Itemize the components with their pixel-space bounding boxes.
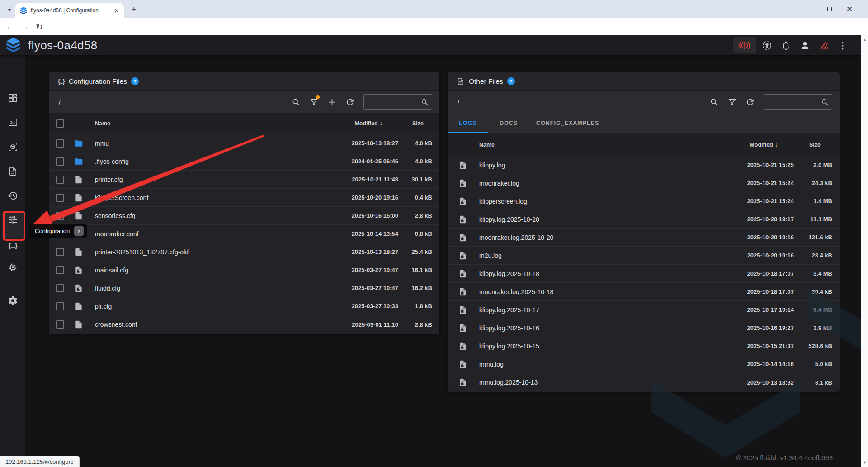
table-row[interactable]: sensorless.cfg 2025-10-16 15:00 2.8 kB	[49, 207, 439, 225]
table-row[interactable]: klippy.log.2025-10-20 2025-10-20 19:17 1…	[448, 210, 840, 229]
browser-tab[interactable]: flyos-0a4d58 | Configuration ✕	[15, 3, 124, 18]
row-checkbox[interactable]	[56, 248, 64, 256]
search-icon	[821, 98, 829, 106]
tab-title: flyos-0a4d58 | Configuration	[31, 7, 110, 14]
refresh-button[interactable]	[745, 96, 755, 107]
table-row[interactable]: klippy.log.2025-10-15 2025-10-15 21:37 5…	[448, 337, 840, 355]
table-row[interactable]: plr.cfg 2025-03-27 10:33 1.8 kB	[49, 297, 439, 315]
select-all-checkbox[interactable]	[56, 119, 64, 128]
klipper-logo-button[interactable]	[816, 35, 832, 55]
help-icon[interactable]	[131, 77, 139, 85]
filter-icon	[727, 97, 737, 107]
sidebar-item-system[interactable]	[2, 256, 24, 278]
fluidd-app: flyos-0a4d58 ⋮ {...} {..} Configuration …	[0, 35, 861, 467]
table-row[interactable]: fluidd.cfg 2025-03-27 10:47 16.2 kB	[49, 279, 439, 297]
table-row[interactable]: klippy.log 2025-10-21 15:25 2.0 MB	[448, 156, 840, 174]
panel-title-bar: Other Files	[448, 72, 840, 91]
file-lock-icon	[458, 161, 479, 170]
table-row[interactable]: moonraker.log.2025-10-20 2025-10-20 19:1…	[448, 229, 840, 247]
file-icon	[74, 211, 95, 220]
scroll-down-icon[interactable]: ▼	[861, 459, 868, 466]
refresh-button[interactable]	[344, 96, 355, 107]
file-lock-icon	[458, 233, 479, 242]
file-search-field[interactable]	[764, 94, 832, 110]
forward-button[interactable]: →	[18, 18, 32, 35]
help-icon[interactable]	[507, 77, 515, 85]
back-button[interactable]: ←	[4, 18, 17, 35]
column-name[interactable]: Name	[95, 120, 297, 127]
table-row[interactable]: mmu 2025-10-13 18:27 4.0 kB	[49, 134, 439, 152]
column-modified[interactable]: Modified	[692, 142, 794, 148]
row-checkbox[interactable]	[56, 284, 64, 292]
sidebar-item-settings[interactable]	[2, 290, 24, 311]
table-row[interactable]: printer.cfg 2025-10-21 11:48 30.1 kB	[49, 171, 439, 189]
column-name[interactable]: Name	[479, 142, 692, 148]
app-menu-button[interactable]: ⋮	[835, 35, 851, 55]
table-row[interactable]: KlipperScreen.conf 2025-10-20 19:16 0.4 …	[49, 189, 439, 207]
table-row[interactable]: moonraker.log.2025-10-18 2025-10-18 17:0…	[448, 283, 840, 301]
emergency-stop-button[interactable]	[733, 37, 756, 53]
current-path: /	[59, 98, 283, 106]
tab-close-icon[interactable]: ✕	[113, 7, 119, 14]
page-scrollbar[interactable]: ▲ ▼	[861, 35, 868, 467]
config-file-list: mmu 2025-10-13 18:27 4.0 kB .flyos-confi…	[49, 134, 439, 334]
window-maximize-button[interactable]	[826, 5, 834, 13]
table-row[interactable]: mmu.log 2025-10-14 14:16 5.0 kB	[448, 355, 840, 373]
sidebar-item-gcode-preview[interactable]	[2, 136, 24, 157]
column-modified[interactable]: Modified	[297, 120, 398, 127]
row-checkbox[interactable]	[56, 157, 64, 166]
sidebar-item-jobs[interactable]	[2, 160, 24, 182]
folder-tab[interactable]: CONFIG_EXAMPLES	[529, 113, 606, 133]
column-size[interactable]: Size	[794, 142, 832, 148]
file-search-field[interactable]	[363, 94, 432, 110]
table-row[interactable]: moonraker.log 2025-10-21 15:24 24.3 kB	[448, 174, 840, 192]
tab-search-button[interactable]: ▾	[4, 4, 15, 15]
row-checkbox[interactable]	[56, 302, 64, 310]
row-checkbox[interactable]	[56, 320, 64, 329]
refresh-icon	[345, 97, 355, 107]
app-header: flyos-0a4d58 ⋮	[0, 35, 861, 55]
new-tab-button[interactable]: +	[128, 4, 139, 15]
filter-button[interactable]	[726, 96, 737, 107]
file-lock-icon	[458, 251, 479, 260]
updates-button[interactable]	[759, 35, 775, 55]
filter-button[interactable]	[308, 96, 319, 107]
sidebar-item-console[interactable]	[2, 111, 24, 133]
file-icon	[74, 175, 95, 184]
search-button[interactable]	[290, 96, 301, 107]
window-minimize-button[interactable]: –	[806, 5, 814, 13]
row-checkbox[interactable]	[56, 139, 64, 148]
scroll-up-icon[interactable]: ▲	[861, 36, 868, 43]
column-size[interactable]: Size	[398, 120, 432, 127]
table-row[interactable]: crowsnest.conf 2025-03-01 11:10 2.8 kB	[49, 315, 439, 334]
user-button[interactable]	[797, 35, 813, 55]
row-checkbox[interactable]	[56, 176, 64, 184]
folder-tab[interactable]: DOCS	[488, 113, 529, 133]
add-file-button[interactable]	[326, 96, 337, 107]
table-row[interactable]: printer-20251013_182707.cfg-old 2025-10-…	[49, 243, 439, 261]
chip-icon	[8, 262, 18, 272]
table-row[interactable]: klippy.log.2025-10-16 2025-10-16 19:27 3…	[448, 319, 840, 337]
table-header: Name Modified Size	[49, 113, 439, 134]
table-row[interactable]: klipperscreen.log 2025-10-21 15:24 1.4 M…	[448, 192, 840, 210]
reload-button[interactable]: ↻	[33, 18, 46, 35]
table-row[interactable]: klippy.log.2025-10-17 2025-10-17 19:14 6…	[448, 301, 840, 319]
table-row[interactable]: mmu.log.2025-10-13 2025-10-13 18:32 3.1 …	[448, 373, 840, 391]
row-checkbox[interactable]	[56, 212, 64, 220]
table-row[interactable]: mainsail.cfg 2025-03-27 10:47 16.1 kB	[49, 261, 439, 279]
account-icon	[800, 40, 810, 51]
sidebar-item-history[interactable]	[2, 185, 24, 206]
file-lock-icon	[458, 287, 479, 296]
sidebar-item-dashboard[interactable]	[2, 87, 24, 109]
window-close-button[interactable]: ✕	[845, 5, 854, 13]
notifications-button[interactable]	[778, 35, 794, 55]
table-row[interactable]: m2u.log 2025-10-20 19:16 23.4 kB	[448, 247, 840, 265]
table-row[interactable]: klippy.log.2025-10-18 2025-10-18 17:07 3…	[448, 265, 840, 283]
row-checkbox[interactable]	[56, 194, 64, 202]
row-checkbox[interactable]	[56, 266, 64, 274]
table-row[interactable]: .flyos-config 2024-01-25 06:46 4.0 kB	[49, 152, 439, 171]
folder-tab[interactable]: LOGS	[448, 113, 488, 133]
search-button[interactable]	[708, 96, 719, 107]
panel-title-bar: {..} Configuration Files	[49, 72, 439, 91]
table-row[interactable]: moonraker.conf 2025-10-14 13:54 0.8 kB	[49, 225, 439, 243]
